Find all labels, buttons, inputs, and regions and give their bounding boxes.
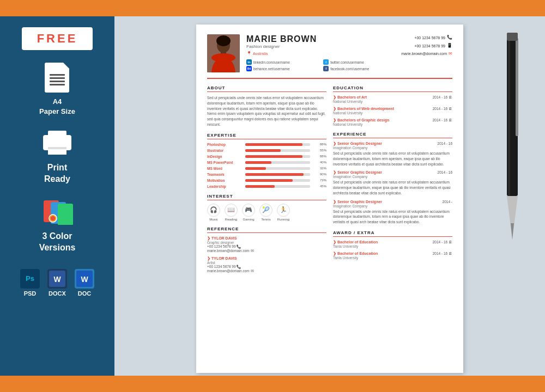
skill-name: Illustrator <box>207 149 243 152</box>
education-item: 2014 - 16 🗓 ❯ Bachelors of Web developme… <box>333 107 452 115</box>
print-label: Print Ready <box>41 162 74 185</box>
exp-year: 2014 - 16 <box>438 142 452 145</box>
doc-line <box>50 77 65 79</box>
experience-item: 2014 - 16 ❯ Senior Graphic Designer Imag… <box>333 170 452 195</box>
skill-percent: 32% <box>313 167 326 170</box>
interest-item: 🎾 Tennis <box>259 204 272 221</box>
education-item: 2014 - 16 🗓 ❯ Bachelors of Art National … <box>333 95 452 103</box>
resume-area: MARIE BROWN Fashion designer 📍 Australia… <box>114 16 545 376</box>
ref-name: ❯ TYLOR DAVIS <box>207 236 326 241</box>
phone-icon: 📞 <box>447 34 452 41</box>
skill-name: Photoshop <box>207 143 243 146</box>
exp-desc: Sed ut perspiciatis unde omnis iste natu… <box>333 209 452 225</box>
ref-email: marie.brown@domain.com ✉ <box>207 249 326 253</box>
ref-phone: +00 1234 5678 99 📞 <box>207 265 326 269</box>
interest-label: Music <box>209 218 218 221</box>
reference-section: REFERENCE ❯ TYLOR DAVIS Graphic designer… <box>207 226 326 273</box>
resume-title: Fashion designer <box>246 44 395 49</box>
skill-bar-fill <box>245 185 275 188</box>
skill-percent: 40% <box>313 161 326 164</box>
resume-name: MARIE BROWN <box>246 34 395 44</box>
exp-title: ❯ Senior Graphic Designer <box>333 200 452 204</box>
about-section: ABOUT Sed ut perspiciatis unde omnis ist… <box>207 85 326 127</box>
skill-bar-fill <box>245 143 302 146</box>
resume-header: MARIE BROWN Fashion designer 📍 Australia… <box>207 34 452 79</box>
interest-label: Reading <box>225 218 237 221</box>
twitter-link: t twitter.com/username <box>323 59 395 65</box>
education-section: EDUCATION 2014 - 16 🗓 ❯ Bachelors of Art… <box>333 85 452 126</box>
award-title-text: ❯ Bachelor of Education <box>333 252 378 255</box>
skill-bar-wrap <box>245 149 310 152</box>
award-title-text: ❯ Bachelor of Education <box>333 240 378 244</box>
award-year: 2014 - 16 🗓 <box>433 252 452 255</box>
reference-item: ❯ TYLOR DAVIS Artist +00 1234 5678 99 📞 … <box>207 256 326 273</box>
award-header: 2014 - 16 🗓 ❯ Bachelor of Education <box>333 240 452 244</box>
svg-rect-2 <box>58 204 73 225</box>
expertise-title: EXPERTISE <box>207 133 326 139</box>
main-content: FREE A4 Paper Size <box>0 16 545 376</box>
award-item: 2014 - 16 🗓 ❯ Bachelor of Education Tant… <box>333 240 452 248</box>
skill-bar-fill <box>245 155 302 158</box>
skill-bar-wrap <box>245 167 310 170</box>
skill-name: Leadership <box>207 185 243 188</box>
award-header: 2014 - 16 🗓 ❯ Bachelor of Education <box>333 252 452 256</box>
interest-section: INTEREST 🎧 Music 📖 Reading 🎮 Gaming 🎾 Te… <box>207 194 326 221</box>
versions-text: Versions <box>39 242 76 254</box>
ref-role: Artist <box>207 261 326 265</box>
experience-title: EXPERIENCE <box>333 132 452 138</box>
skill-bar-fill <box>245 179 293 182</box>
resume-body: ABOUT Sed ut perspiciatis unde omnis ist… <box>207 85 452 279</box>
skill-bar-fill <box>245 161 271 164</box>
phone1-text: +00 1234 5678 99 <box>414 35 445 41</box>
exp-year: 2014 - 16 <box>438 170 452 174</box>
exp-header: 2014 - ❯ Senior Graphic Designer <box>333 200 452 204</box>
edu-header: 2014 - 16 🗓 ❯ Bachelors of Graphic desig… <box>333 118 452 122</box>
bottom-bar <box>0 376 545 392</box>
skill-bar-wrap <box>245 155 310 158</box>
skill-bar-wrap <box>245 185 310 188</box>
facebook-link: f facebook.com/username <box>323 66 395 71</box>
print-text: Print <box>41 162 74 174</box>
award-list: 2014 - 16 🗓 ❯ Bachelor of Education Tant… <box>333 240 452 260</box>
interest-label: Tennis <box>261 218 270 221</box>
svg-rect-11 <box>516 38 518 136</box>
exp-company: Imagination Company <box>333 204 452 208</box>
photo-placeholder <box>207 34 240 72</box>
psd-format: Ps PSD <box>20 269 40 297</box>
interest-item: 🎧 Music <box>207 204 220 221</box>
right-column: EDUCATION 2014 - 16 🗓 ❯ Bachelors of Art… <box>333 85 452 279</box>
twitter-url: twitter.com/username <box>330 60 364 64</box>
a4-size-label: A4 <box>39 97 75 107</box>
reference-list: ❯ TYLOR DAVIS Graphic designer +00 1234 … <box>207 236 326 273</box>
skill-percent: 90% <box>313 173 326 176</box>
award-item: 2014 - 16 🗓 ❯ Bachelor of Education Tant… <box>333 252 452 260</box>
ps-icon: Ps <box>20 269 40 289</box>
edu-year: 2014 - 16 🗓 <box>433 118 452 122</box>
color-label: 3 Color Versions <box>39 231 76 254</box>
skill-name: Motivation <box>207 179 243 182</box>
exp-title: ❯ Senior Graphic Designer <box>333 170 452 175</box>
interest-circle: 🏃 <box>277 204 290 217</box>
exp-title: ❯ Senior Graphic Designer <box>333 142 452 146</box>
svg-marker-13 <box>511 223 514 240</box>
pen-svg <box>496 33 529 250</box>
location-text: Australia <box>253 52 268 56</box>
color-count: 3 Color <box>39 231 76 242</box>
edu-year: 2014 - 16 🗓 <box>433 95 452 99</box>
resume-photo <box>207 34 240 72</box>
facebook-icon: f <box>323 66 329 71</box>
behance-link: Bē behance.net/username <box>246 66 318 71</box>
document-icon <box>45 63 69 93</box>
award-year: 2014 - 16 🗓 <box>433 240 452 244</box>
interest-label: Running <box>277 218 289 221</box>
resume-name-block: MARIE BROWN Fashion designer 📍 Australia… <box>246 34 395 72</box>
edu-degree: ❯ Bachelors of Art <box>333 95 367 99</box>
exp-company: Imagination Company <box>333 175 452 179</box>
skill-bar-wrap <box>245 173 310 176</box>
skill-item: Motivation 73% <box>207 179 326 182</box>
linkedin-icon: in <box>246 59 252 65</box>
edu-school: National University <box>333 122 452 126</box>
a4-icon-wrap <box>41 61 74 94</box>
skill-item: Photoshop 88% <box>207 143 326 146</box>
skill-bar-fill <box>245 167 266 170</box>
